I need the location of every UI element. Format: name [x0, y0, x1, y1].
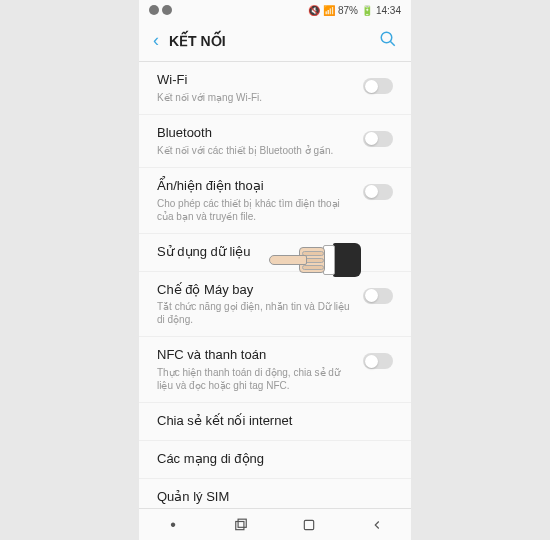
- status-right: 🔇 📶 87% 🔋 14:34: [308, 5, 401, 16]
- item-subtitle: Cho phép các thiết bị khác tìm điện thoạ…: [157, 197, 353, 223]
- item-subtitle: Kết nối với các thiết bị Bluetooth ở gần…: [157, 144, 353, 157]
- item-subtitle: Kết nối với mạng Wi-Fi.: [157, 91, 353, 104]
- item-title: Chế độ Máy bay: [157, 282, 353, 299]
- item-airplane-mode[interactable]: Chế độ Máy bay Tắt chức năng gọi điện, n…: [139, 272, 411, 338]
- clock: 14:34: [376, 5, 401, 16]
- nav-recents-icon[interactable]: [232, 516, 250, 534]
- nav-dot-icon[interactable]: •: [164, 516, 182, 534]
- svg-rect-4: [304, 520, 313, 529]
- mute-icon: 🔇: [308, 5, 320, 16]
- item-phone-visibility[interactable]: Ẩn/hiện điện thoại Cho phép các thiết bị…: [139, 168, 411, 234]
- status-bar: 🔇 📶 87% 🔋 14:34: [139, 0, 411, 20]
- nfc-toggle[interactable]: [363, 353, 393, 369]
- status-left: [149, 5, 172, 15]
- item-subtitle: Thực hiện thanh toán di động, chia sẻ dữ…: [157, 366, 353, 392]
- item-title: Bluetooth: [157, 125, 353, 142]
- signal-icon: 📶: [323, 5, 335, 16]
- visibility-toggle[interactable]: [363, 184, 393, 200]
- back-button[interactable]: ‹: [153, 30, 159, 51]
- notification-icon: [149, 5, 159, 15]
- app-header: ‹ KẾT NỐI: [139, 20, 411, 62]
- item-bluetooth[interactable]: Bluetooth Kết nối với các thiết bị Bluet…: [139, 115, 411, 168]
- battery-text: 87%: [338, 5, 358, 16]
- item-title: Chia sẻ kết nối internet: [157, 413, 383, 430]
- item-title: Sử dụng dữ liệu: [157, 244, 383, 261]
- item-tethering[interactable]: Chia sẻ kết nối internet: [139, 403, 411, 441]
- phone-screen: 🔇 📶 87% 🔋 14:34 ‹ KẾT NỐI Wi-Fi Kết nối …: [139, 0, 411, 540]
- svg-rect-2: [236, 521, 244, 529]
- item-title: Wi-Fi: [157, 72, 353, 89]
- item-nfc[interactable]: NFC và thanh toán Thực hiện thanh toán d…: [139, 337, 411, 403]
- wifi-toggle[interactable]: [363, 78, 393, 94]
- battery-icon: 🔋: [361, 5, 373, 16]
- navigation-bar: •: [139, 508, 411, 540]
- item-wifi[interactable]: Wi-Fi Kết nối với mạng Wi-Fi.: [139, 62, 411, 115]
- page-title: KẾT NỐI: [169, 33, 379, 49]
- notification-icon: [162, 5, 172, 15]
- item-data-usage[interactable]: Sử dụng dữ liệu: [139, 234, 411, 272]
- item-title: Các mạng di động: [157, 451, 383, 468]
- search-icon[interactable]: [379, 30, 397, 52]
- item-title: Ẩn/hiện điện thoại: [157, 178, 353, 195]
- svg-line-1: [390, 41, 395, 46]
- item-title: Quản lý SIM: [157, 489, 383, 506]
- bluetooth-toggle[interactable]: [363, 131, 393, 147]
- item-subtitle: Tắt chức năng gọi điện, nhắn tin và Dữ l…: [157, 300, 353, 326]
- item-title: NFC và thanh toán: [157, 347, 353, 364]
- nav-back-icon[interactable]: [368, 516, 386, 534]
- svg-point-0: [381, 32, 392, 43]
- item-mobile-networks[interactable]: Các mạng di động: [139, 441, 411, 479]
- nav-home-icon[interactable]: [300, 516, 318, 534]
- airplane-toggle[interactable]: [363, 288, 393, 304]
- svg-rect-3: [238, 519, 246, 527]
- settings-list: Wi-Fi Kết nối với mạng Wi-Fi. Bluetooth …: [139, 62, 411, 540]
